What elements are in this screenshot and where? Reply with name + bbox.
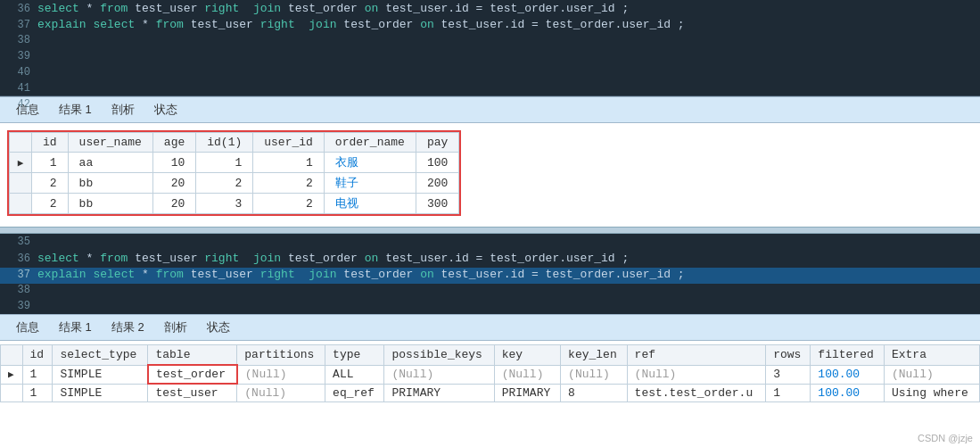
top-sql-editor[interactable]: 36 select * from test_user right join te… xyxy=(0,0,980,96)
top-results-panel: id user_name age id(1) user_id order_nam… xyxy=(0,123,980,227)
col-b-key: key xyxy=(494,345,560,366)
sql-line-b35: 35 xyxy=(0,236,980,252)
tab-profiling-1[interactable]: 剖析 xyxy=(103,100,144,120)
tab-result-2-2[interactable]: 结果 2 xyxy=(103,318,153,337)
col-pay: pay xyxy=(416,133,458,153)
tab-profiling-2[interactable]: 剖析 xyxy=(155,318,196,337)
col-b-type: type xyxy=(325,345,384,366)
col-b-table: table xyxy=(148,345,237,366)
col-b-arrow xyxy=(1,345,23,366)
col-b-select-type: select_type xyxy=(53,345,148,366)
col-b-key-len: key_len xyxy=(561,345,627,366)
sql-line-39: 39 xyxy=(0,50,980,66)
col-b-possible-keys: possible_keys xyxy=(384,345,494,366)
tab-info-2[interactable]: 信息 xyxy=(7,318,48,337)
col-b-id: id xyxy=(22,345,53,366)
col-b-partitions: partitions xyxy=(237,345,325,366)
table-row: 2 bb 20 3 2 电视 300 xyxy=(10,194,459,214)
tab-result-1[interactable]: 结果 1 xyxy=(50,100,101,120)
tab-info-1[interactable]: 信息 xyxy=(7,100,48,120)
table-row: 1 SIMPLE test_user (Null) eq_ref PRIMARY… xyxy=(1,384,980,402)
top-result-table-container: id user_name age id(1) user_id order_nam… xyxy=(7,130,461,216)
top-tab-bar: 信息 结果 1 剖析 状态 xyxy=(0,96,980,123)
top-result-table: id user_name age id(1) user_id order_nam… xyxy=(9,132,459,214)
watermark: CSDN @jzje xyxy=(918,433,973,443)
col-order-name: order_name xyxy=(324,133,416,153)
table-row: ▶ 1 aa 10 1 1 衣服 100 xyxy=(10,153,459,173)
table-row: 2 bb 20 2 2 鞋子 200 xyxy=(10,173,459,194)
sql-line-38: 38 xyxy=(0,34,980,50)
col-age: age xyxy=(152,133,195,153)
table-row: ▶ 1 SIMPLE test_order (Null) ALL (Null) … xyxy=(1,365,980,384)
col-b-filtered: filtered xyxy=(811,345,885,366)
col-user-name: user_name xyxy=(68,133,152,153)
col-b-extra: Extra xyxy=(884,345,979,366)
sql-line-b39: 39 xyxy=(0,300,980,314)
col-b-ref: ref xyxy=(627,345,766,366)
col-user-id: user_id xyxy=(253,133,325,153)
col-id: id xyxy=(32,133,69,153)
tab-status-2[interactable]: 状态 xyxy=(198,318,239,337)
sql-line-40: 40 xyxy=(0,66,980,82)
bottom-tab-bar: 信息 结果 1 结果 2 剖析 状态 xyxy=(0,314,980,341)
tab-result-2-1[interactable]: 结果 1 xyxy=(50,318,101,337)
bottom-results-panel: id select_type table partitions type pos… xyxy=(0,341,980,406)
tab-status-1[interactable]: 状态 xyxy=(145,100,186,120)
sql-line-b38: 38 xyxy=(0,284,980,300)
panel-divider xyxy=(0,227,980,234)
bottom-sql-editor[interactable]: 35 36 select * from test_user right join… xyxy=(0,234,980,314)
col-id1: id(1) xyxy=(196,133,253,153)
sql-line-b37: 37 explain select * from test_user right… xyxy=(0,268,980,284)
sql-line-b36: 36 select * from test_user right join te… xyxy=(0,252,980,268)
col-arrow-header xyxy=(10,133,32,153)
bottom-result-table: id select_type table partitions type pos… xyxy=(0,344,980,402)
col-b-rows: rows xyxy=(766,345,811,366)
sql-line-37: 37 explain select * from test_user right… xyxy=(0,18,980,34)
sql-line-36: 36 select * from test_user right join te… xyxy=(0,2,980,18)
